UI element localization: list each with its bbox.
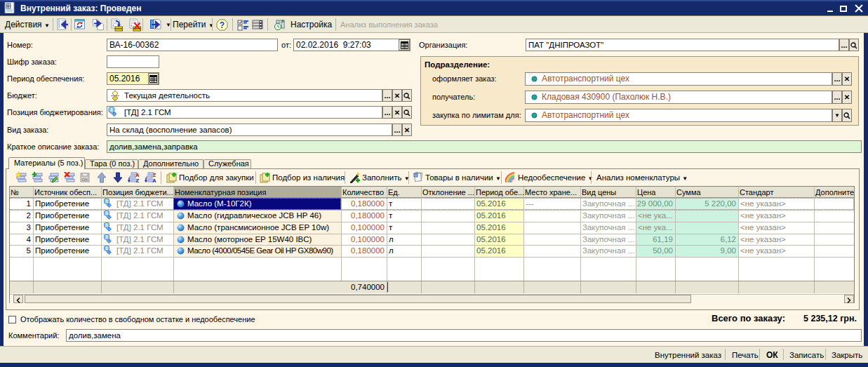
- svg-text:1: 1: [105, 211, 108, 215]
- svg-text:1: 1: [105, 199, 108, 203]
- svg-text:Z: Z: [136, 178, 140, 183]
- svg-text:?: ?: [220, 20, 225, 30]
- svg-text:OK: OK: [82, 178, 89, 182]
- svg-text:1: 1: [110, 107, 113, 112]
- svg-text:1: 1: [105, 222, 108, 227]
- svg-text:A: A: [152, 178, 156, 183]
- svg-text:1: 1: [105, 234, 108, 239]
- svg-text:1: 1: [105, 246, 108, 251]
